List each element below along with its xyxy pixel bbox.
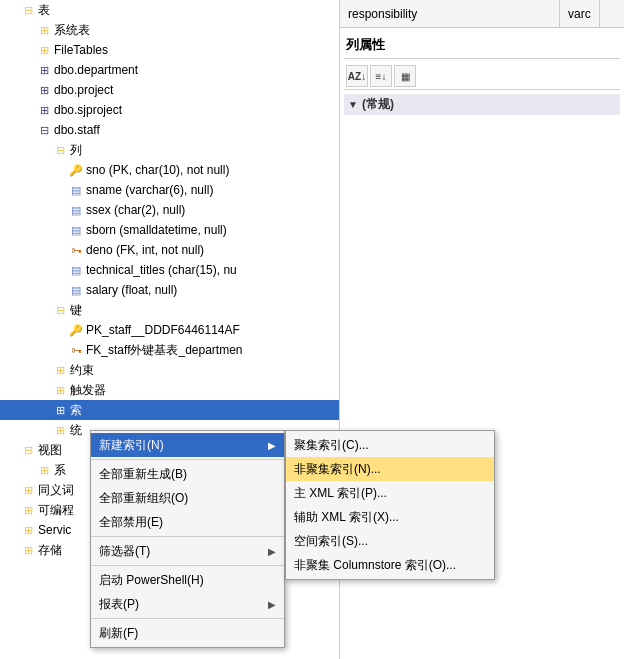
menu-item-powershell[interactable]: 启动 PowerShell(H) <box>91 568 284 592</box>
menu-item-filter[interactable]: 筛选器(T) ▶ <box>91 539 284 563</box>
menu-separator-1 <box>91 459 284 460</box>
submenu-item-columnstore[interactable]: 非聚集 Columnstore 索引(O)... <box>286 553 494 577</box>
submenu-item-primary-xml[interactable]: 主 XML 索引(P)... <box>286 481 494 505</box>
menu-item-new-index[interactable]: 新建索引(N) ▶ <box>91 433 284 457</box>
menu-item-reorganize[interactable]: 全部重新组织(O) <box>91 486 284 510</box>
submenu-item-nonclustered-label: 非聚集索引(N)... <box>294 461 381 478</box>
menu-item-reorganize-label: 全部重新组织(O) <box>99 490 276 507</box>
submenu-item-clustered-label: 聚集索引(C)... <box>294 437 369 454</box>
submenu: 聚集索引(C)... 非聚集索引(N)... 主 XML 索引(P)... 辅助… <box>285 430 495 580</box>
menu-item-filter-arrow: ▶ <box>268 546 276 557</box>
menu-separator-2 <box>91 536 284 537</box>
context-menu-overlay[interactable]: 新建索引(N) ▶ 全部重新生成(B) 全部重新组织(O) 全部禁用(E) 筛选… <box>0 0 624 659</box>
menu-item-refresh[interactable]: 刷新(F) <box>91 621 284 645</box>
menu-item-reports[interactable]: 报表(P) ▶ <box>91 592 284 616</box>
menu-item-disable[interactable]: 全部禁用(E) <box>91 510 284 534</box>
menu-item-new-index-label: 新建索引(N) <box>99 437 268 454</box>
menu-separator-3 <box>91 565 284 566</box>
submenu-item-clustered[interactable]: 聚集索引(C)... <box>286 433 494 457</box>
menu-item-reports-arrow: ▶ <box>268 599 276 610</box>
menu-item-disable-label: 全部禁用(E) <box>99 514 276 531</box>
submenu-item-spatial[interactable]: 空间索引(S)... <box>286 529 494 553</box>
menu-item-reports-label: 报表(P) <box>99 596 268 613</box>
menu-separator-4 <box>91 618 284 619</box>
submenu-item-secondary-xml[interactable]: 辅助 XML 索引(X)... <box>286 505 494 529</box>
submenu-item-secondary-xml-label: 辅助 XML 索引(X)... <box>294 509 399 526</box>
menu-item-filter-label: 筛选器(T) <box>99 543 268 560</box>
menu-item-rebuild[interactable]: 全部重新生成(B) <box>91 462 284 486</box>
context-menu-primary: 新建索引(N) ▶ 全部重新生成(B) 全部重新组织(O) 全部禁用(E) 筛选… <box>90 430 285 648</box>
menu-item-rebuild-label: 全部重新生成(B) <box>99 466 276 483</box>
submenu-item-spatial-label: 空间索引(S)... <box>294 533 368 550</box>
submenu-item-columnstore-label: 非聚集 Columnstore 索引(O)... <box>294 557 456 574</box>
menu-item-powershell-label: 启动 PowerShell(H) <box>99 572 276 589</box>
submenu-item-primary-xml-label: 主 XML 索引(P)... <box>294 485 387 502</box>
submenu-item-nonclustered[interactable]: 非聚集索引(N)... <box>286 457 494 481</box>
menu-item-refresh-label: 刷新(F) <box>99 625 276 642</box>
menu-item-new-index-arrow: ▶ <box>268 440 276 451</box>
